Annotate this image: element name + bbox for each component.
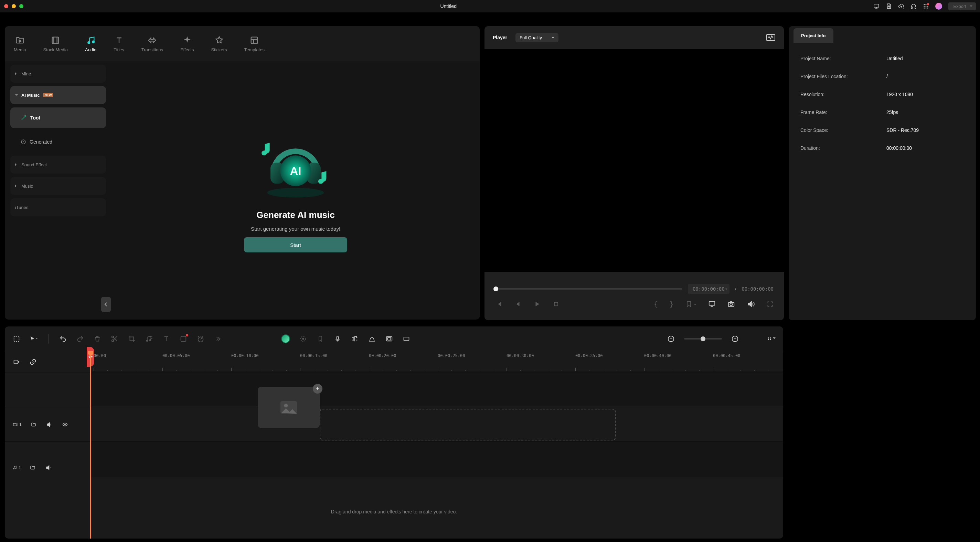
svg-rect-44 — [768, 338, 769, 338]
mute-track-button[interactable] — [45, 464, 52, 472]
tab-stock-media[interactable]: Stock Media — [43, 35, 68, 53]
cloud-upload-icon[interactable] — [898, 3, 904, 9]
zoom-in-button[interactable] — [731, 335, 739, 343]
sidebar-sub-generated[interactable]: Generated — [10, 132, 106, 152]
track-view-menu[interactable] — [767, 335, 776, 343]
svg-point-13 — [928, 8, 928, 9]
step-back-button[interactable] — [514, 300, 522, 308]
ai-start-button[interactable]: Start — [244, 237, 347, 252]
color-tag-button[interactable] — [179, 335, 188, 343]
prop-value: / — [886, 74, 888, 79]
scrubber-head[interactable] — [493, 287, 498, 291]
video-track-body[interactable]: + — [90, 407, 783, 442]
svg-point-11 — [924, 8, 925, 9]
prev-frame-button[interactable] — [495, 300, 503, 308]
selection-tool-icon[interactable] — [13, 335, 21, 343]
music-note-icon — [86, 35, 95, 45]
export-button[interactable]: Export — [948, 2, 976, 10]
prop-value: SDR - Rec.709 — [886, 128, 919, 133]
tab-templates[interactable]: Templates — [244, 35, 265, 53]
tab-label: Effects — [180, 47, 194, 53]
collapse-sidebar-button[interactable] — [101, 297, 111, 312]
fullscreen-button[interactable] — [767, 301, 773, 308]
prop-value: 00:00:00:00 — [886, 145, 912, 151]
zoom-slider-head[interactable] — [701, 336, 705, 341]
headphones-icon[interactable] — [910, 3, 917, 9]
inspector-tab-project-info[interactable]: Project Info — [794, 28, 834, 43]
sidebar-item-itunes[interactable]: iTunes — [10, 198, 106, 216]
mute-track-button[interactable] — [45, 421, 53, 429]
speed-ramp-button[interactable] — [196, 335, 205, 343]
visibility-track-button[interactable] — [61, 421, 69, 429]
zoom-out-button[interactable] — [667, 335, 675, 343]
auto-reframe-button[interactable] — [385, 335, 393, 343]
volume-button[interactable] — [747, 300, 755, 308]
marker-add-button[interactable] — [316, 335, 325, 343]
player-viewport[interactable] — [485, 49, 784, 272]
link-tracks-button[interactable] — [29, 358, 37, 366]
split-button[interactable] — [110, 335, 119, 343]
add-text-button[interactable] — [162, 335, 170, 343]
beat-detect-button[interactable] — [145, 335, 153, 343]
audio-mix-button[interactable] — [351, 335, 359, 343]
desktop-icon[interactable] — [873, 3, 880, 9]
add-track-button[interactable] — [13, 358, 21, 366]
folder-icon[interactable] — [29, 421, 38, 429]
minimize-window-button[interactable] — [12, 4, 16, 8]
undo-button[interactable] — [59, 335, 67, 343]
clock-icon — [21, 139, 26, 145]
cursor-tool-icon[interactable] — [30, 335, 38, 343]
quality-select[interactable]: Full Quality — [515, 33, 558, 42]
scopes-icon[interactable] — [766, 33, 776, 41]
timeline-playhead[interactable] — [90, 351, 91, 539]
ruler-tick-label: 00:00:10:00 — [231, 353, 258, 358]
tab-media[interactable]: Media — [14, 35, 26, 53]
maximize-window-button[interactable] — [19, 4, 24, 8]
tab-transitions[interactable]: Transitions — [142, 35, 163, 53]
mark-in-button[interactable]: { — [654, 300, 658, 308]
snapshot-button[interactable] — [727, 300, 735, 308]
display-settings-button[interactable] — [708, 300, 716, 308]
play-button[interactable] — [533, 300, 541, 308]
player-scrubber[interactable] — [495, 288, 682, 290]
markers-list-button[interactable] — [686, 301, 697, 308]
folder-icon[interactable] — [29, 464, 37, 472]
svg-point-37 — [302, 338, 304, 340]
stop-button[interactable] — [553, 301, 560, 308]
svg-point-53 — [13, 468, 14, 469]
audio-track-body[interactable] — [90, 442, 783, 493]
sidebar-item-sound-effect[interactable]: Sound Effect — [10, 156, 106, 174]
redo-button[interactable] — [76, 335, 84, 343]
sidebar-item-mine[interactable]: Mine — [10, 65, 106, 83]
tab-stickers[interactable]: Stickers — [211, 35, 227, 53]
more-tools-button[interactable] — [214, 335, 222, 343]
keyframe-toggle-button[interactable] — [299, 335, 307, 343]
render-preview-button[interactable] — [368, 335, 376, 343]
user-avatar[interactable] — [935, 3, 942, 10]
tab-effects[interactable]: Effects — [180, 35, 194, 53]
sidebar-item-ai-music[interactable]: AI Music NEW — [10, 86, 106, 104]
voice-record-button[interactable] — [333, 335, 342, 343]
add-media-button[interactable]: + — [313, 384, 323, 394]
chevron-right-icon — [15, 185, 18, 187]
chevron-down-icon — [694, 304, 697, 306]
timeline-ruler[interactable]: 00:0000:00:05:0000:00:10:0000:00:15:0000… — [90, 351, 783, 373]
ai-assistant-avatar[interactable] — [281, 334, 290, 343]
tab-titles[interactable]: Titles — [113, 35, 124, 53]
crop-button[interactable] — [128, 335, 136, 343]
tab-audio[interactable]: Audio — [85, 35, 96, 53]
zoom-slider[interactable] — [684, 338, 722, 340]
mark-out-button[interactable]: } — [670, 300, 674, 308]
current-time-input[interactable]: 00:00:00:00 — [688, 284, 730, 294]
tab-label: Media — [14, 47, 26, 53]
save-icon[interactable] — [886, 3, 892, 9]
close-window-button[interactable] — [4, 4, 8, 8]
sidebar-item-music[interactable]: Music — [10, 177, 106, 195]
drop-zone[interactable] — [320, 409, 616, 440]
delete-button[interactable] — [93, 335, 102, 343]
apps-grid-icon[interactable] — [923, 3, 929, 9]
prop-value: Untitled — [886, 56, 902, 61]
svg-rect-1 — [888, 4, 890, 5]
aspect-toggle-button[interactable] — [402, 335, 410, 343]
sidebar-sub-tool[interactable]: Tool — [10, 107, 106, 128]
